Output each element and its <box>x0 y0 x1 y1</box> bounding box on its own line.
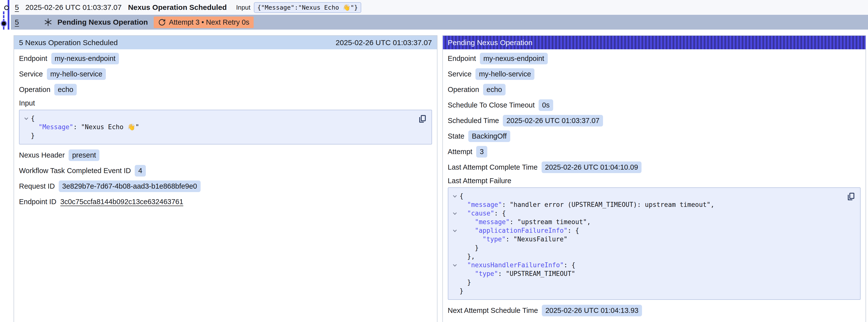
field-value-badge: 2025-02-26 UTC 01:04:10.09 <box>541 161 642 173</box>
field-value-badge: echo <box>54 84 77 95</box>
field-value-badge: my-hello-service <box>47 68 106 80</box>
event-title: Nexus Operation Scheduled <box>128 3 227 11</box>
field-label: Last Attempt Complete Time <box>448 163 538 171</box>
copy-icon <box>846 192 856 201</box>
event-timestamp: 2025-02-26 UTC 01:03:37.07 <box>25 3 122 11</box>
code-line: { <box>450 192 844 200</box>
field-label: Attempt <box>448 148 472 156</box>
pending-fields-bottom: Next Attempt Schedule Time2025-02-26 UTC… <box>448 304 861 317</box>
field-value-badge: echo <box>483 84 505 95</box>
retry-badge-text: Attempt 3 • Next Retry 0s <box>169 18 249 26</box>
pending-fields-top: Endpointmy-nexus-endpointServicemy-hello… <box>448 52 861 173</box>
code-line-content: { <box>31 114 35 123</box>
code-line-content: "type": "NexusFailure" <box>460 235 567 244</box>
event-rows: 5 2025-02-26 UTC 01:03:37.07 Nexus Opera… <box>11 0 868 30</box>
code-gutter <box>450 200 460 209</box>
scheduled-panel-header: 5 Nexus Operation Scheduled 2025-02-26 U… <box>14 36 437 49</box>
code-gutter <box>450 209 460 218</box>
field-label: Service <box>19 70 43 78</box>
field-label: Workflow Task Completed Event ID <box>19 167 131 175</box>
failure-section-label: Last Attempt Failure <box>448 177 861 185</box>
field-row-operation: Operationecho <box>19 83 432 96</box>
scheduled-panel-body: Endpointmy-nexus-endpointServicemy-hello… <box>14 49 437 216</box>
failure-json-code: {"message": "handler error (UPSTREAM_TIM… <box>450 192 844 295</box>
field-value-badge: 3e829b7e-7d67-4b08-aad3-b1e868bfe9e0 <box>59 181 200 192</box>
field-row-attempt: Attempt3 <box>448 146 861 158</box>
field-row-service: Servicemy-hello-service <box>19 68 432 80</box>
code-line: { <box>22 114 416 123</box>
field-row-service: Servicemy-hello-service <box>448 68 861 80</box>
field-row-endpoint: Endpointmy-nexus-endpoint <box>448 52 861 65</box>
code-line-content: "cause": { <box>460 209 506 218</box>
code-gutter <box>450 192 460 200</box>
scheduled-panel-timestamp: 2025-02-26 UTC 01:03:37.07 <box>336 38 432 47</box>
pending-operation-detail-panel: Pending Nexus Operation Endpointmy-nexus… <box>442 35 866 322</box>
pending-event-id-link[interactable]: 5 <box>15 18 19 26</box>
pending-node-filled-circle-icon <box>2 22 6 26</box>
code-line: "applicationFailureInfo": { <box>450 226 844 235</box>
scheduled-fields-top: Endpointmy-nexus-endpointServicemy-hello… <box>19 52 432 96</box>
event-row-pending-nexus-operation[interactable]: 5 Pending Nexus Operation Attempt 3 • Ne… <box>11 15 868 30</box>
scheduled-fields-bottom: Nexus HeaderpresentWorkflow Task Complet… <box>19 149 432 208</box>
field-row-workflow-task-completed-event-id: Workflow Task Completed Event ID4 <box>19 164 432 177</box>
field-label: Operation <box>19 86 50 94</box>
copy-button[interactable] <box>418 114 427 124</box>
field-row-state: StateBackingOff <box>448 130 861 142</box>
field-value-badge: 3 <box>476 146 487 158</box>
code-line: "type": "UPSTREAM_TIMEOUT" <box>450 269 844 278</box>
field-row-last-attempt-complete-time: Last Attempt Complete Time2025-02-26 UTC… <box>448 161 861 173</box>
field-label: Next Attempt Schedule Time <box>448 307 538 315</box>
field-value-badge: present <box>69 150 99 161</box>
field-value-badge: my-nexus-endpoint <box>480 53 548 64</box>
collapse-arrow-icon[interactable] <box>453 211 457 215</box>
scheduled-panel-title: 5 Nexus Operation Scheduled <box>19 38 118 47</box>
code-line-content: } <box>460 278 471 287</box>
field-row-scheduled-time: Scheduled Time2025-02-26 UTC 01:03:37.07 <box>448 115 861 127</box>
event-node-open-circle-icon <box>4 5 9 10</box>
field-label: Service <box>448 70 472 78</box>
code-gutter <box>22 131 31 140</box>
field-label: Schedule To Close Timeout <box>448 101 535 109</box>
field-label: Nexus Header <box>19 151 65 159</box>
code-line-content: } <box>460 287 464 295</box>
code-line: } <box>22 131 416 140</box>
workflow-event-history-screen: 5 2025-02-26 UTC 01:03:37.07 Nexus Opera… <box>0 0 868 322</box>
field-row-endpoint: Endpointmy-nexus-endpoint <box>19 52 432 65</box>
pending-asterisk-icon <box>44 18 53 27</box>
event-history-rows: 5 2025-02-26 UTC 01:03:37.07 Nexus Opera… <box>0 0 868 30</box>
code-line: "Message": "Nexus Echo 👋" <box>22 123 416 131</box>
field-label: Operation <box>448 86 479 94</box>
field-value-link[interactable]: 3c0c75ccfa8144b092c13ce632463761 <box>60 198 183 206</box>
code-line: } <box>450 287 844 295</box>
code-gutter <box>450 287 460 295</box>
field-label: Endpoint ID <box>19 198 57 206</box>
input-section-label: Input <box>19 99 432 107</box>
code-line-content: }, <box>460 252 475 261</box>
timeline-active-bar <box>8 0 9 30</box>
field-value-badge: 4 <box>135 165 146 176</box>
field-value-badge: my-nexus-endpoint <box>51 53 119 64</box>
pending-panel-header: Pending Nexus Operation <box>443 36 866 49</box>
field-label: Endpoint <box>19 55 48 63</box>
collapse-arrow-icon[interactable] <box>24 116 28 120</box>
code-gutter <box>450 269 460 278</box>
event-row-nexus-operation-scheduled[interactable]: 5 2025-02-26 UTC 01:03:37.07 Nexus Opera… <box>11 0 868 15</box>
code-line-content: { <box>460 192 464 200</box>
collapse-arrow-icon[interactable] <box>453 194 457 198</box>
field-value-badge: 2025-02-26 UTC 01:03:37.07 <box>503 115 603 127</box>
scheduled-event-detail-panel: 5 Nexus Operation Scheduled 2025-02-26 U… <box>13 35 437 322</box>
field-row-schedule-to-close-timeout: Schedule To Close Timeout0s <box>448 99 861 111</box>
retry-attempt-badge: Attempt 3 • Next Retry 0s <box>154 17 254 28</box>
field-label: Scheduled Time <box>448 117 499 125</box>
code-line: }, <box>450 252 844 261</box>
collapse-arrow-icon[interactable] <box>453 228 457 232</box>
collapse-arrow-icon[interactable] <box>453 263 457 267</box>
field-label: State <box>448 132 465 140</box>
event-id-link[interactable]: 5 <box>15 3 19 11</box>
code-gutter <box>450 261 460 269</box>
copy-button[interactable] <box>846 192 856 201</box>
code-line-content: "message": "handler error (UPSTREAM_TIME… <box>460 200 715 209</box>
code-gutter <box>450 226 460 235</box>
field-label: Request ID <box>19 182 55 190</box>
timeline-dashed-connector <box>3 11 4 30</box>
